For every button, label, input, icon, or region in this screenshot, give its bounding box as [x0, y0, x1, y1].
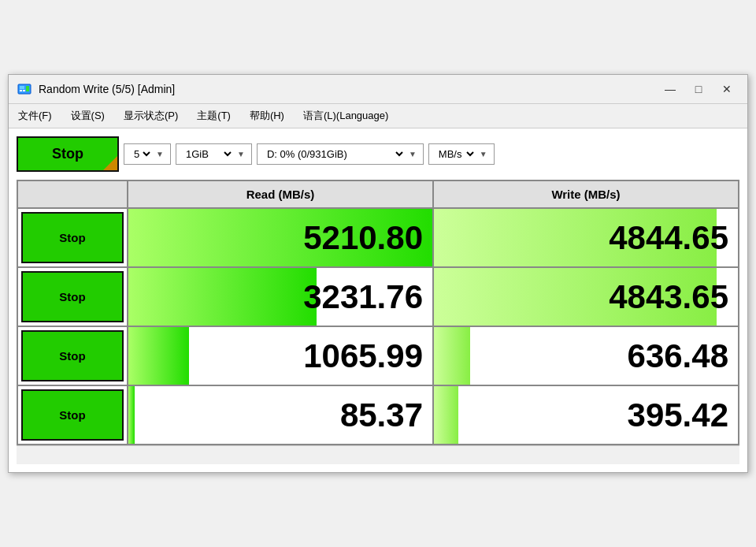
stop-button-0[interactable]: Stop: [21, 212, 124, 263]
drive-select[interactable]: D: 0% (0/931GiB): [264, 147, 406, 161]
drive-select-box[interactable]: D: 0% (0/931GiB) ▼: [257, 143, 424, 165]
title-bar-buttons: — □ ✕: [658, 80, 739, 99]
write-value-2: 636.48: [433, 326, 739, 385]
minimize-button[interactable]: —: [658, 80, 683, 99]
col-stop-header: [17, 180, 128, 208]
table-row: Stop5210.804844.65: [17, 208, 739, 267]
read-value-1: 3231.76: [128, 267, 433, 326]
window-title: Random Write (5/5) [Admin]: [39, 83, 175, 95]
close-button[interactable]: ✕: [714, 80, 739, 99]
svg-rect-3: [23, 90, 25, 91]
main-window: Random Write (5/5) [Admin] — □ ✕ 文件(F) 设…: [8, 74, 748, 473]
status-bar: [17, 445, 739, 464]
table-row: Stop1065.99636.48: [17, 326, 739, 385]
unit-select-box[interactable]: MB/s GB/sIOPS ▼: [428, 143, 495, 165]
svg-rect-1: [20, 86, 24, 89]
col-read-header: Read (MB/s): [128, 180, 433, 208]
unit-chevron-icon: ▼: [480, 150, 487, 158]
read-value-0: 5210.80: [128, 208, 433, 267]
read-value-3: 85.37: [128, 385, 433, 445]
count-chevron-icon: ▼: [156, 150, 164, 158]
size-chevron-icon: ▼: [237, 150, 245, 158]
read-value-2: 1065.99: [128, 326, 433, 385]
size-select[interactable]: 1GiB 512MiB2GiB4GiB 8GiB16GiB32GiB64GiB: [183, 147, 234, 161]
stop-cell-2: Stop: [17, 326, 128, 385]
size-select-box[interactable]: 1GiB 512MiB2GiB4GiB 8GiB16GiB32GiB64GiB …: [176, 143, 252, 165]
svg-rect-4: [26, 86, 29, 91]
menu-language[interactable]: 语言(L)(Language): [300, 107, 391, 125]
results-table: Read (MB/s) Write (MB/s) Stop5210.804844…: [17, 180, 739, 445]
read-text-2: 1065.99: [303, 337, 423, 374]
menu-settings[interactable]: 设置(S): [68, 107, 108, 125]
menu-help[interactable]: 帮助(H): [246, 107, 287, 125]
write-text-3: 395.42: [628, 396, 728, 434]
menu-theme[interactable]: 主题(T): [194, 107, 234, 125]
menu-display[interactable]: 显示状态(P): [120, 107, 181, 125]
table-row: Stop3231.764843.65: [17, 267, 739, 326]
write-value-0: 4844.65: [433, 208, 739, 267]
read-text-3: 85.37: [340, 396, 423, 434]
drive-chevron-icon: ▼: [409, 150, 417, 158]
toolbar: Stop 5 1234 6789 ▼ 1GiB 512MiB2GiB4GiB 8…: [17, 136, 739, 172]
write-value-3: 395.42: [433, 385, 739, 445]
main-stop-button[interactable]: Stop: [17, 136, 119, 172]
stop-cell-0: Stop: [17, 208, 128, 267]
stop-button-1[interactable]: Stop: [21, 271, 124, 322]
count-select[interactable]: 5 1234 6789: [131, 147, 153, 161]
menu-file[interactable]: 文件(F): [15, 107, 55, 125]
write-value-1: 4843.65: [433, 267, 739, 326]
stop-cell-3: Stop: [17, 385, 128, 445]
stop-button-2[interactable]: Stop: [21, 330, 124, 381]
write-text-1: 4843.65: [609, 278, 728, 315]
svg-rect-2: [20, 90, 22, 91]
menu-bar: 文件(F) 设置(S) 显示状态(P) 主题(T) 帮助(H) 语言(L)(La…: [9, 104, 747, 128]
content-area: Stop 5 1234 6789 ▼ 1GiB 512MiB2GiB4GiB 8…: [9, 128, 747, 472]
col-write-header: Write (MB/s): [433, 180, 739, 208]
read-text-1: 3231.76: [303, 278, 423, 315]
write-text-0: 4844.65: [609, 219, 728, 256]
maximize-button[interactable]: □: [686, 80, 711, 99]
title-bar-left: Random Write (5/5) [Admin]: [17, 81, 175, 97]
table-row: Stop85.37395.42: [17, 385, 739, 445]
count-select-box[interactable]: 5 1234 6789 ▼: [124, 143, 171, 165]
unit-select[interactable]: MB/s GB/sIOPS: [435, 147, 476, 161]
stop-cell-1: Stop: [17, 267, 128, 326]
app-icon: [17, 81, 32, 97]
stop-button-3[interactable]: Stop: [21, 389, 124, 441]
write-text-2: 636.48: [628, 337, 728, 374]
title-bar: Random Write (5/5) [Admin] — □ ✕: [9, 75, 747, 104]
read-text-0: 5210.80: [303, 219, 423, 256]
